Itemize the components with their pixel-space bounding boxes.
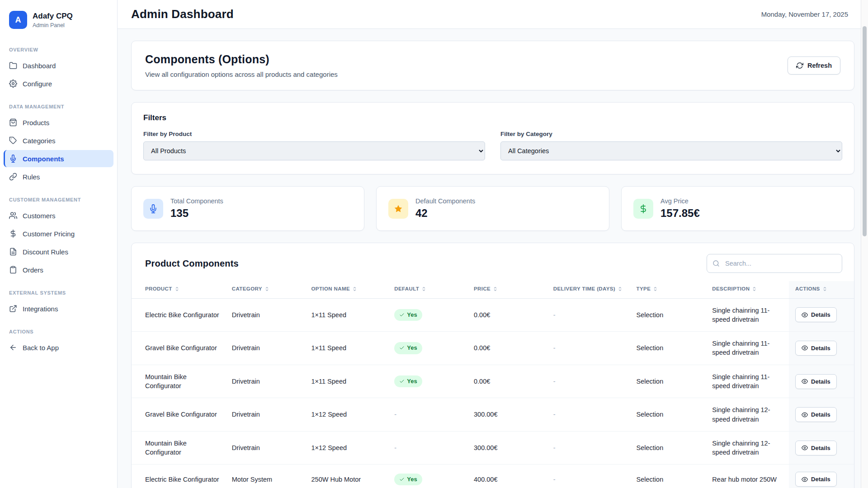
sidebar-item-back-to-app[interactable]: Back to App <box>4 339 113 356</box>
column-header-type[interactable]: TYPE <box>630 281 706 298</box>
delivery-time-cell: - <box>547 365 630 398</box>
category-filter-label: Filter by Category <box>500 131 842 137</box>
stat-value: 42 <box>415 207 475 220</box>
type-cell: Selection <box>630 465 706 488</box>
column-label: PRODUCT <box>145 286 172 293</box>
users-icon <box>9 211 17 220</box>
sort-icon <box>751 286 757 292</box>
product-cell: Electric Bike Configurator <box>132 298 226 332</box>
default-cell: - <box>388 398 467 432</box>
price-cell: 0.00€ <box>467 332 547 365</box>
column-header-description[interactable]: DESCRIPTION <box>706 281 789 298</box>
column-header-category[interactable]: CATEGORY <box>226 281 305 298</box>
sort-icon <box>652 286 658 292</box>
clipboard-icon <box>9 266 17 274</box>
page-header-title: Admin Dashboard <box>131 7 234 21</box>
dollar-icon <box>9 230 17 238</box>
check-icon <box>399 379 405 384</box>
column-header-price[interactable]: PRICE <box>467 281 547 298</box>
column-header-actions[interactable]: ACTIONS <box>789 281 854 298</box>
sidebar-item-customer-pricing[interactable]: Customer Pricing <box>4 225 113 242</box>
stat-label: Total Components <box>170 197 223 205</box>
sidebar: A Adafy CPQ Admin Panel OVERVIEWDashboar… <box>0 0 118 488</box>
stat-icon-box <box>388 199 408 219</box>
sidebar-item-dashboard[interactable]: Dashboard <box>4 57 113 74</box>
column-label: DELIVERY TIME (DAYS) <box>553 286 615 293</box>
details-button[interactable]: Details <box>795 374 837 389</box>
column-header-default[interactable]: DEFAULT <box>388 281 467 298</box>
scrollbar-thumb[interactable] <box>863 26 867 236</box>
app-brand-text: Adafy CPQ Admin Panel <box>33 12 73 28</box>
description-cell: Single chainring 11-speed drivetrain <box>706 298 789 332</box>
product-filter-label: Filter by Product <box>143 131 485 137</box>
eye-icon <box>802 445 808 451</box>
sidebar-item-label: Rules <box>23 173 40 181</box>
details-button-label: Details <box>811 445 830 451</box>
product-cell: Mountain Bike Configurator <box>132 365 226 398</box>
column-header-option-name[interactable]: OPTION NAME <box>305 281 388 298</box>
type-cell: Selection <box>630 431 706 465</box>
sidebar-item-customers[interactable]: Customers <box>4 207 113 224</box>
search-box <box>707 254 842 273</box>
app-name: Adafy CPQ <box>33 12 73 21</box>
details-button[interactable]: Details <box>795 307 837 322</box>
delivery-time-cell: - <box>547 431 630 465</box>
price-cell: 400.00€ <box>467 465 547 488</box>
app-subtitle: Admin Panel <box>33 22 73 28</box>
stat-text: Default Components42 <box>415 197 475 220</box>
sidebar-item-categories[interactable]: Categories <box>4 132 113 149</box>
search-input[interactable] <box>707 254 842 273</box>
filters-card: Filters Filter by Product All Products F… <box>131 102 854 174</box>
table-row: Mountain Bike ConfiguratorDrivetrain1×11… <box>132 365 854 398</box>
stat-text: Total Components135 <box>170 197 223 220</box>
components-options-heading: Components (Options) View all configurat… <box>145 53 338 78</box>
sidebar-item-products[interactable]: Products <box>4 114 113 131</box>
sidebar-item-rules[interactable]: Rules <box>4 168 113 185</box>
sidebar-item-orders[interactable]: Orders <box>4 261 113 278</box>
product-filter-select[interactable]: All Products <box>143 141 485 160</box>
details-button[interactable]: Details <box>795 441 837 455</box>
product-cell: Mountain Bike Configurator <box>132 431 226 465</box>
option-name-cell: 1×11 Speed <box>305 332 388 365</box>
main-area: Admin Dashboard Monday, November 17, 202… <box>118 0 868 488</box>
sidebar-item-integrations[interactable]: Integrations <box>4 300 113 317</box>
delivery-time-cell: - <box>547 298 630 332</box>
sidebar-section-title-external-systems: EXTERNAL SYSTEMS <box>0 279 117 299</box>
sort-icon <box>617 286 623 292</box>
description-cell: Single chainring 11-speed drivetrain <box>706 365 789 398</box>
app-logo: A <box>9 11 27 29</box>
option-name-cell: 1×11 Speed <box>305 365 388 398</box>
stat-card-avg-price: Avg Price157.85€ <box>621 186 854 231</box>
sidebar-item-components[interactable]: Components <box>4 150 113 167</box>
description-cell: Single chainring 12-speed drivetrain <box>706 398 789 432</box>
product-components-card: Product Components PRODUCTCATEGORYOPTION… <box>131 243 854 488</box>
refresh-button-label: Refresh <box>807 62 832 69</box>
category-filter-select[interactable]: All Categories <box>500 141 842 160</box>
details-button[interactable]: Details <box>795 341 837 356</box>
window-scrollbar[interactable] <box>861 0 868 488</box>
refresh-button[interactable]: Refresh <box>788 56 840 75</box>
section-title: Components (Options) <box>145 53 338 66</box>
sidebar-item-label: Customer Pricing <box>23 230 75 238</box>
description-cell: Rear hub motor 250W <box>706 465 789 488</box>
sidebar-item-discount-rules[interactable]: Discount Rules <box>4 243 113 260</box>
column-header-product[interactable]: PRODUCT <box>132 281 226 298</box>
option-name-cell: 1×12 Speed <box>305 398 388 432</box>
product-cell: Gravel Bike Configurator <box>132 398 226 432</box>
sort-icon <box>822 286 828 292</box>
default-cell: - <box>388 431 467 465</box>
table-header-row: PRODUCTCATEGORYOPTION NAMEDEFAULTPRICEDE… <box>132 281 854 298</box>
details-button[interactable]: Details <box>795 472 837 487</box>
column-header-delivery-time-days[interactable]: DELIVERY TIME (DAYS) <box>547 281 630 298</box>
details-button-label: Details <box>811 411 830 418</box>
section-subtitle: View all configuration options across al… <box>145 70 338 78</box>
actions-cell: Details <box>789 298 854 332</box>
delivery-time-cell: - <box>547 398 630 432</box>
sidebar-item-configure[interactable]: Configure <box>4 75 113 92</box>
option-name-cell: 250W Hub Motor <box>305 465 388 488</box>
type-cell: Selection <box>630 298 706 332</box>
sort-icon <box>352 286 358 292</box>
details-button[interactable]: Details <box>795 407 837 422</box>
sidebar-item-label: Dashboard <box>23 62 56 70</box>
app-root: A Adafy CPQ Admin Panel OVERVIEWDashboar… <box>0 0 868 488</box>
